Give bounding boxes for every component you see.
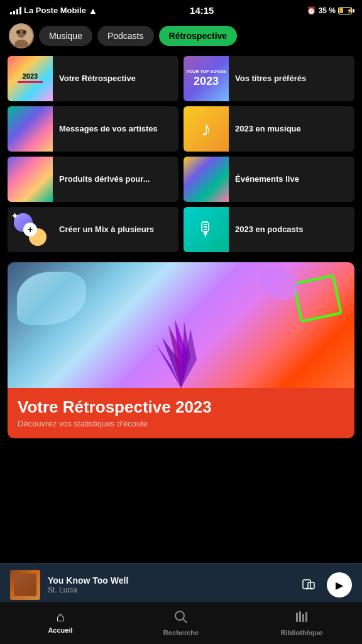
grid-label: Produits dérivés pour...	[53, 169, 156, 190]
svg-point-4	[23, 30, 26, 34]
bottom-nav: ⌂ Accueil Recherche Bibliothèque	[0, 602, 362, 644]
svg-rect-11	[303, 580, 310, 589]
header-nav: Musique Podcasts Rétrospective	[0, 18, 362, 56]
large-card-image	[8, 262, 354, 388]
now-playing-controls: ▶	[299, 572, 352, 597]
nav-label-bibliotheque: Bibliothèque	[281, 629, 323, 636]
svg-rect-12	[308, 582, 314, 589]
thumb-mix: + ✦	[8, 207, 53, 252]
grid-section: 2023 Votre Rétrospective Your Top Songs …	[0, 56, 362, 257]
svg-rect-19	[302, 614, 304, 622]
grid-item-retrospective[interactable]: 2023 Votre Rétrospective	[8, 56, 178, 101]
tab-retrospective[interactable]: Rétrospective	[159, 26, 238, 46]
thumb-merch	[8, 157, 53, 202]
grid-label: Créer un Mix à plusieurs	[53, 219, 160, 240]
tab-musique[interactable]: Musique	[39, 26, 92, 46]
now-playing-info: You Know Too Well St. Lucia	[48, 575, 292, 594]
play-button[interactable]: ▶	[327, 572, 352, 597]
library-icon	[295, 610, 309, 626]
status-bar: La Poste Mobile ▲ 14:15 ⏰ 35 % ⚡	[0, 0, 362, 18]
carrier-label: La Poste Mobile	[24, 6, 86, 15]
grid-item-top-songs[interactable]: Your Top Songs 2023 Vos titres préférés	[184, 56, 354, 101]
battery-label: 35 %	[319, 6, 336, 15]
nav-label-recherche: Recherche	[163, 629, 199, 636]
grid-item-messages[interactable]: Messages de vos artistes	[8, 106, 178, 152]
alarm-icon: ⏰	[307, 6, 316, 15]
svg-rect-18	[299, 611, 301, 622]
grid-label: Votre Rétrospective	[53, 69, 142, 89]
grid: 2023 Votre Rétrospective Your Top Songs …	[8, 56, 354, 252]
thumb-messages	[8, 106, 53, 152]
wifi-icon: ▲	[89, 6, 97, 16]
status-right: ⏰ 35 % ⚡	[307, 6, 352, 15]
search-icon	[174, 610, 188, 626]
tab-podcasts[interactable]: Podcasts	[97, 26, 154, 46]
music-note-icon: ♪	[201, 118, 211, 141]
large-card-subtitle: Découvrez vos statistiques d'écoute	[18, 419, 344, 428]
signal-icon	[10, 7, 21, 14]
now-playing-title: You Know Too Well	[48, 575, 292, 586]
home-icon: ⌂	[56, 610, 64, 624]
thumb-top-songs: Your Top Songs 2023	[184, 56, 229, 101]
large-card-retrospective[interactable]: Votre Rétrospective 2023 Découvrez vos s…	[8, 262, 354, 438]
grid-item-podcasts-2023[interactable]: 🎙 2023 en podcasts	[184, 207, 354, 252]
thumb-events	[184, 157, 229, 202]
battery-icon: ⚡	[338, 7, 352, 14]
nav-item-bibliotheque[interactable]: Bibliothèque	[241, 608, 362, 641]
grid-item-mix[interactable]: + ✦ Créer un Mix à plusieurs	[8, 207, 178, 252]
grid-label: Événements live	[229, 169, 305, 190]
svg-point-3	[16, 30, 20, 34]
now-playing-bar[interactable]: You Know Too Well St. Lucia ▶	[0, 563, 362, 606]
status-left: La Poste Mobile ▲	[10, 6, 97, 16]
svg-point-13	[306, 588, 308, 590]
grid-item-merch[interactable]: Produits dérivés pour...	[8, 157, 178, 202]
thumb-music-2023: ♪	[184, 106, 229, 152]
svg-point-14	[311, 588, 313, 590]
large-card-title: Votre Rétrospective 2023	[18, 398, 344, 416]
podcast-icon: 🎙	[197, 219, 216, 240]
grid-item-events[interactable]: Événements live	[184, 157, 354, 202]
clock: 14:15	[190, 5, 214, 16]
grid-label: 2023 en podcasts	[229, 219, 309, 240]
grid-label: Vos titres préférés	[229, 69, 312, 89]
large-card-section: Votre Rétrospective 2023 Découvrez vos s…	[0, 257, 362, 438]
nav-item-recherche[interactable]: Recherche	[121, 608, 241, 641]
grid-label: 2023 en musique	[229, 119, 307, 140]
now-playing-thumb	[10, 570, 40, 600]
thumb-retro: 2023	[8, 56, 53, 101]
thumb-podcasts-2023: 🎙	[184, 207, 229, 252]
grid-item-music-2023[interactable]: ♪ 2023 en musique	[184, 106, 354, 152]
svg-rect-17	[296, 613, 298, 622]
svg-rect-20	[305, 612, 307, 622]
nav-label-accueil: Accueil	[48, 626, 72, 634]
svg-line-16	[183, 619, 187, 623]
large-card-content: Votre Rétrospective 2023 Découvrez vos s…	[8, 388, 354, 438]
play-icon: ▶	[336, 579, 343, 591]
device-icon	[302, 577, 317, 592]
now-playing-artist: St. Lucia	[48, 586, 292, 594]
device-button[interactable]	[299, 575, 319, 595]
avatar[interactable]	[9, 23, 34, 48]
grid-label: Messages de vos artistes	[53, 119, 164, 140]
nav-item-accueil[interactable]: ⌂ Accueil	[0, 608, 121, 641]
